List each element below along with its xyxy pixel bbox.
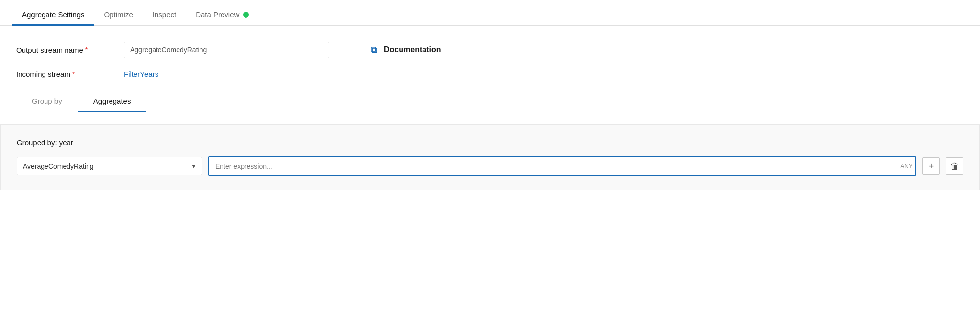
- tab-optimize[interactable]: Optimize: [94, 3, 143, 26]
- documentation-label[interactable]: Documentation: [384, 45, 441, 54]
- data-preview-status-dot: [243, 12, 249, 18]
- grouped-by-label: Grouped by: year: [17, 138, 963, 147]
- expression-input[interactable]: [208, 156, 916, 176]
- output-stream-label: Output stream name *: [16, 46, 124, 54]
- sub-tab-bar: Group by Aggregates: [16, 90, 964, 112]
- any-badge: ANY: [900, 163, 913, 170]
- tab-aggregate-settings-label: Aggregate Settings: [22, 10, 85, 19]
- incoming-stream-required: *: [72, 70, 75, 78]
- trash-icon: 🗑: [950, 161, 959, 171]
- bottom-panel: Grouped by: year AverageComedyRating ▼ A…: [0, 124, 980, 190]
- tab-data-preview[interactable]: Data Preview: [186, 3, 259, 26]
- tab-aggregate-settings[interactable]: Aggregate Settings: [12, 3, 94, 26]
- sub-tab-group-by[interactable]: Group by: [16, 90, 78, 112]
- tab-inspect-label: Inspect: [153, 10, 176, 19]
- incoming-stream-link[interactable]: FilterYears: [124, 70, 158, 78]
- output-stream-required: *: [85, 46, 88, 54]
- external-link-icon[interactable]: ⧉: [368, 44, 379, 55]
- aggregate-row: AverageComedyRating ▼ ANY + 🗑: [17, 156, 963, 176]
- column-dropdown-wrapper: AverageComedyRating ▼: [17, 157, 202, 175]
- add-button[interactable]: +: [922, 157, 940, 175]
- sub-tab-aggregates[interactable]: Aggregates: [78, 90, 147, 112]
- delete-button[interactable]: 🗑: [946, 157, 963, 175]
- incoming-stream-row: Incoming stream * FilterYears: [16, 70, 964, 78]
- sub-tab-group-by-label: Group by: [32, 97, 62, 105]
- tab-optimize-label: Optimize: [104, 10, 133, 19]
- main-content: Output stream name * ⧉ Documentation Inc…: [0, 26, 980, 124]
- tab-data-preview-label: Data Preview: [196, 10, 239, 19]
- tab-inspect[interactable]: Inspect: [143, 3, 186, 26]
- column-dropdown[interactable]: AverageComedyRating: [17, 157, 202, 175]
- output-stream-row: Output stream name * ⧉ Documentation: [16, 42, 964, 58]
- sub-tab-aggregates-label: Aggregates: [93, 97, 131, 105]
- tab-bar: Aggregate Settings Optimize Inspect Data…: [0, 0, 980, 26]
- app-container: Aggregate Settings Optimize Inspect Data…: [0, 0, 980, 321]
- output-stream-input[interactable]: [124, 42, 329, 58]
- add-icon: +: [929, 161, 934, 171]
- documentation-area: ⧉ Documentation: [368, 44, 441, 55]
- incoming-stream-label: Incoming stream *: [16, 70, 124, 78]
- expression-input-wrapper: ANY: [208, 156, 916, 176]
